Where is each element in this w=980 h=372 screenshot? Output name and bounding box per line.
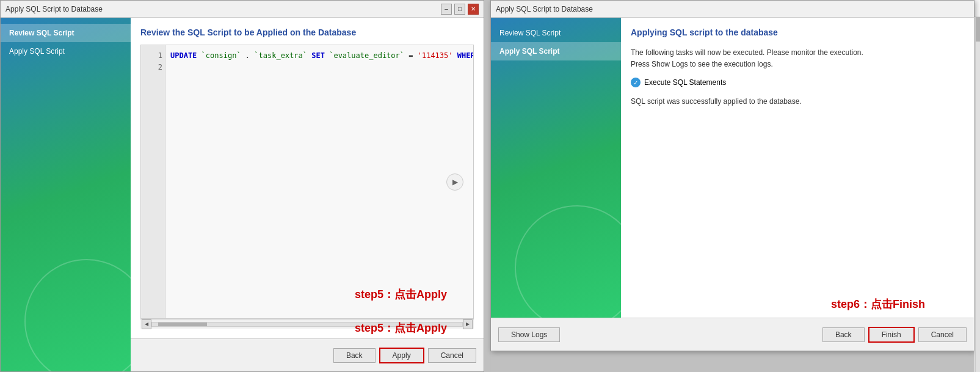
left-sidebar: Review SQL Script Apply SQL Script bbox=[1, 18, 131, 371]
code-line-1: UPDATE `consign` . `task_extra` SET `eva… bbox=[170, 50, 468, 62]
show-logs-area: Show Logs bbox=[498, 327, 819, 342]
show-logs-button[interactable]: Show Logs bbox=[498, 327, 560, 342]
right-window-title: Apply SQL Script to Database bbox=[496, 5, 593, 13]
code-editor[interactable]: 1 2 UPDATE `consign` . `task_extra` SET bbox=[140, 45, 474, 319]
minimize-button[interactable]: – bbox=[441, 4, 452, 15]
apply-content-area: Applying SQL script to the database The … bbox=[621, 18, 974, 318]
scrollbar-thumb[interactable] bbox=[158, 323, 207, 326]
scroll-left-btn[interactable]: ◀ bbox=[142, 319, 151, 329]
right-background bbox=[975, 0, 980, 372]
cancel-button-right[interactable]: Cancel bbox=[918, 327, 967, 342]
maximize-button[interactable]: □ bbox=[454, 4, 465, 15]
left-window-title: Apply SQL Script to Database bbox=[5, 5, 103, 13]
scroll-right-btn[interactable]: ▶ bbox=[463, 319, 473, 329]
left-footer: step5：点击Apply Back Apply Cancel bbox=[131, 338, 484, 371]
nav-next-arrow[interactable]: ▶ bbox=[446, 173, 463, 191]
close-button[interactable]: ✕ bbox=[468, 4, 479, 15]
apply-desc-line1: The following tasks will now be executed… bbox=[631, 47, 964, 70]
left-window: Apply SQL Script to Database – □ ✕ Revie… bbox=[0, 0, 484, 372]
finish-button[interactable]: Finish bbox=[868, 327, 915, 343]
code-content[interactable]: UPDATE `consign` . `task_extra` SET `eva… bbox=[165, 45, 473, 318]
right-window-body: Review SQL Script Apply SQL Script Apply… bbox=[491, 18, 974, 318]
success-text: SQL script was successfully applied to t… bbox=[631, 97, 964, 106]
right-sidebar-item-review[interactable]: Review SQL Script bbox=[491, 24, 621, 42]
right-footer: step6：点击Finish Show Logs Back Finish Can… bbox=[491, 318, 974, 351]
gap-divider bbox=[484, 0, 490, 372]
left-content-area: Review the SQL Script to be Applied on t… bbox=[131, 18, 484, 338]
right-scrollbar[interactable] bbox=[975, 17, 980, 372]
left-main-content: Review the SQL Script to be Applied on t… bbox=[131, 18, 484, 371]
left-content-title: Review the SQL Script to be Applied on t… bbox=[140, 27, 474, 37]
task-item-execute: ✓ Execute SQL Statements bbox=[631, 78, 964, 87]
scrollbar-track[interactable] bbox=[151, 322, 463, 327]
right-sidebar: Review SQL Script Apply SQL Script bbox=[491, 18, 621, 318]
sidebar-item-review[interactable]: Review SQL Script bbox=[1, 24, 131, 42]
back-button-right[interactable]: Back bbox=[822, 327, 865, 342]
apply-title: Applying SQL script to the database bbox=[631, 27, 964, 37]
check-icon: ✓ bbox=[631, 78, 641, 87]
sidebar-item-apply[interactable]: Apply SQL Script bbox=[1, 42, 131, 60]
right-scrollbar-thumb[interactable] bbox=[976, 17, 980, 42]
right-main-content: Applying SQL script to the database The … bbox=[621, 18, 974, 318]
cancel-button-left[interactable]: Cancel bbox=[428, 348, 476, 363]
right-window: Apply SQL Script to Database Review SQL … bbox=[490, 0, 975, 351]
right-title-bar: Apply SQL Script to Database bbox=[491, 1, 974, 18]
left-title-bar: Apply SQL Script to Database – □ ✕ bbox=[1, 1, 484, 18]
line-numbers: 1 2 bbox=[141, 45, 165, 318]
left-title-controls: – □ ✕ bbox=[441, 4, 479, 15]
right-sidebar-item-apply[interactable]: Apply SQL Script bbox=[491, 42, 621, 60]
back-button[interactable]: Back bbox=[333, 348, 376, 363]
horizontal-scrollbar[interactable]: ◀ ▶ bbox=[140, 319, 474, 329]
apply-button[interactable]: Apply bbox=[379, 348, 424, 363]
left-window-body: Review SQL Script Apply SQL Script Revie… bbox=[1, 18, 484, 371]
task-label: Execute SQL Statements bbox=[644, 78, 726, 87]
